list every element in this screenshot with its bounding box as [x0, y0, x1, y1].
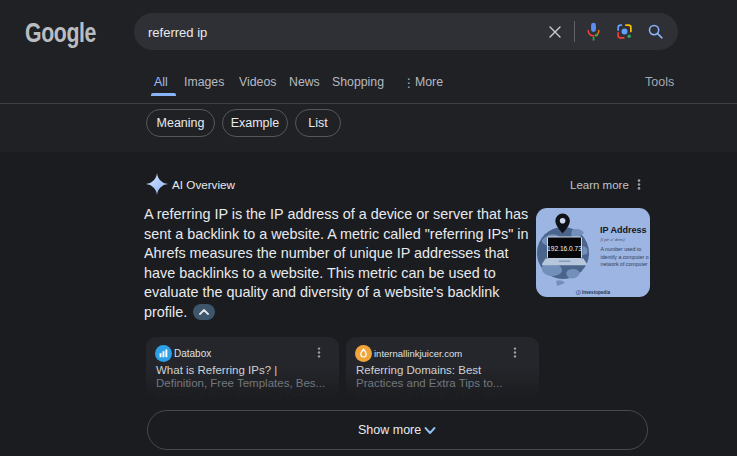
svg-text:ⓘ Investopedia: ⓘ Investopedia: [576, 289, 610, 296]
svg-text:192.16.0.73: 192.16.0.73: [547, 245, 582, 252]
svg-text:A number used to: A number used to: [601, 246, 642, 252]
svg-text:network of computer: network of computer: [601, 261, 648, 267]
svg-text:identify a computer o: identify a computer o: [601, 254, 649, 260]
svg-text:IP Address: IP Address: [600, 225, 647, 235]
svg-text:(ī pē ə' dres): (ī pē ə' dres): [601, 237, 626, 242]
